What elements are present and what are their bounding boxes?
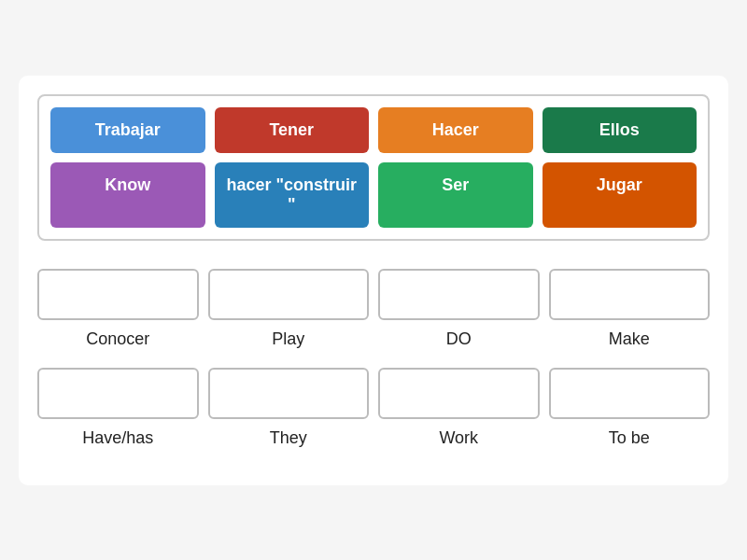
drop-section-2: Have/has They Work To be	[37, 368, 710, 448]
drop-label-play: Play	[272, 329, 304, 349]
drop-label-do: DO	[446, 329, 472, 349]
drop-item-havehas: Have/has	[37, 368, 199, 448]
drop-row-2: Have/has They Work To be	[37, 368, 710, 448]
tile-hacer[interactable]: Hacer	[378, 107, 533, 153]
drop-zone-play[interactable]	[208, 269, 370, 320]
drop-item-make: Make	[549, 269, 711, 349]
main-container: Trabajar Tener Hacer Ellos Know hacer "c…	[19, 76, 728, 485]
drop-zone-do[interactable]	[378, 269, 540, 320]
drop-label-tobe: To be	[609, 428, 650, 448]
word-bank-row-2: Know hacer "construir " Ser Jugar	[50, 162, 697, 228]
drop-zone-tobe[interactable]	[549, 368, 711, 419]
tile-jugar[interactable]: Jugar	[543, 162, 698, 228]
word-bank: Trabajar Tener Hacer Ellos Know hacer "c…	[37, 94, 710, 241]
drop-zone-conocer[interactable]	[37, 269, 199, 320]
drop-row-1: Conocer Play DO Make	[37, 269, 710, 349]
drop-item-play: Play	[208, 269, 370, 349]
drop-item-they: They	[208, 368, 370, 448]
drop-label-make: Make	[609, 329, 650, 349]
drop-item-work: Work	[378, 368, 540, 448]
drop-zone-work[interactable]	[378, 368, 540, 419]
drop-item-tobe: To be	[549, 368, 711, 448]
drop-section-1: Conocer Play DO Make	[37, 269, 710, 349]
drop-zone-make[interactable]	[549, 269, 711, 320]
drop-item-conocer: Conocer	[37, 269, 199, 349]
word-bank-row-1: Trabajar Tener Hacer Ellos	[50, 107, 697, 153]
drop-item-do: DO	[378, 269, 540, 349]
tile-know[interactable]: Know	[50, 162, 205, 228]
drop-zone-havehas[interactable]	[37, 368, 199, 419]
tile-trabajar[interactable]: Trabajar	[50, 107, 205, 153]
tile-tener[interactable]: Tener	[215, 107, 370, 153]
drop-label-havehas: Have/has	[82, 428, 153, 448]
drop-zone-they[interactable]	[208, 368, 370, 419]
drop-label-conocer: Conocer	[86, 329, 149, 349]
drop-label-work: Work	[439, 428, 478, 448]
tile-ellos[interactable]: Ellos	[543, 107, 698, 153]
tile-hacer-construir[interactable]: hacer "construir "	[215, 162, 370, 228]
drop-label-they: They	[270, 428, 307, 448]
tile-ser[interactable]: Ser	[378, 162, 533, 228]
